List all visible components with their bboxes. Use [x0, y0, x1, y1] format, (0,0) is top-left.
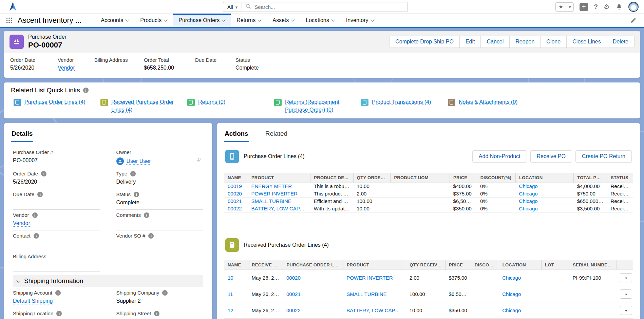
row-actions-dropdown-button[interactable] [620, 306, 632, 315]
cell-link[interactable]: 00020 [286, 275, 301, 281]
info-icon[interactable] [41, 171, 46, 176]
tab-returns[interactable]: Returns [231, 14, 267, 27]
chevron-down-icon[interactable] [164, 18, 168, 21]
cell-link[interactable]: Chicago [502, 307, 521, 313]
chevron-down-icon[interactable] [125, 18, 129, 21]
shipping-information-section-header[interactable]: Shipping Information [13, 275, 203, 287]
tab-related[interactable]: Related [265, 128, 288, 142]
search-input[interactable] [254, 4, 404, 10]
chevron-down-icon[interactable] [222, 18, 226, 21]
favorites-dropdown-button[interactable] [566, 3, 573, 11]
chevron-down-icon[interactable] [331, 18, 335, 21]
add-non-product-button[interactable]: Add Non-Product [472, 150, 527, 163]
cell-link[interactable]: 12 [228, 307, 233, 313]
table-cell: 00022 [283, 302, 343, 319]
quick-link-label[interactable]: Returns (0) [198, 98, 225, 106]
received-po-lines-section-header: Received Purchase Order Lines (4) [225, 238, 632, 252]
tab-actions[interactable]: Actions [224, 128, 249, 142]
table-cell: SMALL TURBINE [248, 198, 310, 205]
info-icon[interactable] [130, 171, 136, 176]
shipping-account-link[interactable]: Default Shipping [13, 298, 53, 304]
info-icon[interactable] [55, 290, 61, 296]
global-actions-icon[interactable] [580, 3, 588, 11]
info-icon[interactable] [154, 311, 159, 316]
tab-details[interactable]: Details [11, 128, 33, 142]
cell-link[interactable]: 00019 [228, 183, 242, 189]
cell-link[interactable]: 00021 [228, 198, 242, 204]
cell-link[interactable]: 00021 [286, 291, 301, 297]
cell-link[interactable]: Chicago [502, 291, 521, 297]
complete-drop-ship-po-button[interactable]: Complete Drop Ship PO [389, 36, 460, 48]
close-lines-button[interactable]: Close Lines [566, 36, 607, 48]
chevron-down-icon[interactable] [371, 18, 374, 21]
quick-link-label[interactable]: Notes & Attachments (0) [459, 98, 517, 106]
cell-link[interactable]: SMALL TURBINE [346, 291, 386, 297]
cell-link[interactable]: Chicago [519, 191, 538, 196]
info-icon[interactable] [34, 233, 39, 239]
cell-link[interactable]: Chicago [519, 183, 538, 189]
edit-button[interactable]: Edit [459, 36, 481, 48]
tab-products[interactable]: Products [134, 14, 173, 27]
clone-button[interactable]: Clone [540, 36, 567, 48]
info-icon[interactable] [56, 311, 62, 316]
tab-purchase-orders[interactable]: Purchase Orders [173, 14, 231, 27]
info-icon[interactable] [144, 212, 149, 218]
cell-link[interactable]: 10 [228, 275, 233, 281]
vendor-link[interactable]: Vendor [13, 220, 30, 226]
section-title: Received Purchase Order Lines (4) [244, 242, 329, 248]
reopen-button[interactable]: Reopen [509, 36, 541, 48]
delete-button[interactable]: Delete [607, 36, 634, 48]
table-cell: 00021 [224, 198, 248, 205]
cell-link[interactable]: 11 [228, 291, 233, 297]
cell-link[interactable]: 00020 [228, 191, 242, 196]
receive-po-button[interactable]: Receive PO [530, 150, 572, 163]
quick-link-label[interactable]: Product Transactions (4) [372, 98, 431, 106]
field-order-date: Order Date 5/26/2020 [10, 57, 58, 71]
field-label: Vendor SO # [116, 233, 146, 239]
row-actions-dropdown-button[interactable] [620, 273, 632, 282]
info-icon[interactable] [37, 192, 43, 197]
cell-link[interactable]: BATTERY, LOW CAPACITY [251, 206, 310, 211]
info-icon[interactable] [134, 192, 139, 197]
tab-inventory[interactable]: Inventory [340, 14, 380, 27]
setup-gear-icon[interactable] [604, 3, 610, 11]
info-icon[interactable] [83, 88, 89, 93]
cell-link[interactable]: POWER INVERTER [346, 275, 393, 281]
change-owner-icon[interactable] [196, 157, 202, 164]
table-cell [471, 286, 499, 302]
edit-navigation-pencil-icon[interactable] [630, 14, 644, 27]
cell-link[interactable]: 00022 [228, 206, 242, 211]
table-cell: Chicago [499, 286, 541, 302]
cell-link[interactable]: BATTERY, LOW CAPACITY [346, 307, 406, 313]
cancel-button[interactable]: Cancel [480, 36, 510, 48]
notifications-bell-icon[interactable] [615, 3, 623, 11]
favorites-star-icon[interactable] [556, 3, 566, 11]
cell-link[interactable]: Chicago [502, 275, 521, 281]
quick-link-label[interactable]: Purchase Order Lines (4) [24, 98, 86, 106]
info-icon[interactable] [162, 290, 168, 296]
quick-link-label[interactable]: Received Purchase Order Lines (4) [111, 98, 181, 114]
owner-link[interactable]: User User [127, 158, 151, 164]
cell-link[interactable]: SMALL TURBINE [251, 198, 291, 204]
chevron-down-icon[interactable] [258, 18, 262, 21]
tab-locations[interactable]: Locations [300, 14, 340, 27]
cell-link[interactable]: POWER INVERTER [251, 191, 297, 196]
cell-link[interactable]: ENERGY METER [251, 183, 292, 189]
cell-link[interactable]: 00022 [286, 307, 301, 313]
chevron-down-icon[interactable] [291, 18, 295, 21]
info-icon[interactable] [148, 233, 154, 239]
search-scope-dropdown[interactable]: All [223, 2, 242, 12]
row-actions-dropdown-button[interactable] [620, 289, 632, 299]
cell-link[interactable]: Chicago [519, 206, 538, 211]
vendor-link[interactable]: Vendor [58, 65, 75, 71]
create-po-return-button[interactable]: Create PO Return [575, 150, 632, 163]
user-avatar[interactable] [628, 2, 639, 12]
help-icon[interactable] [594, 3, 598, 11]
cell-link[interactable]: Chicago [519, 198, 538, 204]
tab-assets[interactable]: Assets [267, 14, 300, 27]
quick-link-label[interactable]: Returns (Replacement Purchase Order) (0) [285, 98, 355, 114]
purchase-order-lines-table: NAME PRODUCT PRODUCT DESC QTY ORDERED PR… [224, 173, 633, 212]
tab-accounts[interactable]: Accounts [95, 14, 134, 27]
app-launcher-icon[interactable] [0, 14, 18, 27]
info-icon[interactable] [32, 212, 38, 218]
